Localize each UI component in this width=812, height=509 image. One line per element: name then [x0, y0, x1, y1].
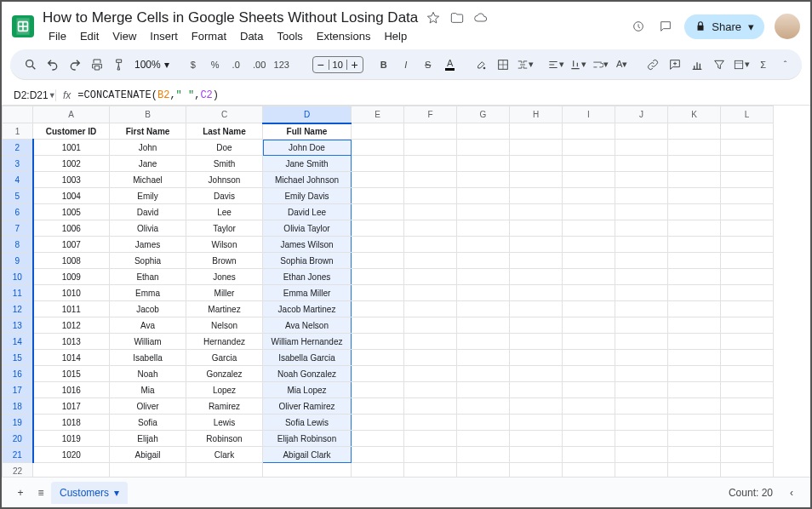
menu-file[interactable]: File	[43, 28, 72, 44]
h-align-icon[interactable]: ▾	[546, 54, 566, 75]
cell[interactable]	[721, 415, 774, 431]
v-align-icon[interactable]: ▾	[568, 54, 588, 75]
cell[interactable]	[563, 415, 615, 431]
cell[interactable]	[721, 204, 774, 220]
cell[interactable]	[110, 463, 186, 478]
sheets-logo-icon[interactable]	[12, 15, 34, 37]
cell[interactable]	[510, 447, 563, 463]
cell[interactable]: 1008	[33, 253, 110, 269]
cell[interactable]: William Hernandez	[263, 334, 352, 350]
cell[interactable]	[510, 269, 563, 285]
cell[interactable]: 1013	[33, 334, 110, 350]
cell[interactable]	[352, 140, 404, 156]
add-sheet-icon[interactable]: +	[10, 483, 31, 503]
cell[interactable]: Johnson	[186, 172, 263, 188]
col-header-C[interactable]: C	[186, 106, 263, 123]
cell[interactable]	[615, 382, 668, 398]
row-header-22[interactable]: 22	[3, 463, 33, 478]
cell[interactable]	[668, 156, 721, 172]
cell[interactable]: Emma Miller	[263, 285, 352, 301]
cell[interactable]	[668, 285, 721, 301]
cell[interactable]	[615, 253, 668, 269]
cell[interactable]: 1018	[33, 415, 110, 431]
cell[interactable]	[510, 382, 563, 398]
cell[interactable]: Noah Gonzalez	[263, 366, 352, 382]
cell[interactable]	[457, 334, 510, 350]
col-header-H[interactable]: H	[510, 106, 563, 123]
cell[interactable]: Wilson	[186, 237, 263, 253]
cell[interactable]	[615, 188, 668, 204]
cell[interactable]	[352, 220, 404, 237]
cell[interactable]	[615, 269, 668, 285]
filter-views-icon[interactable]: ▾	[731, 54, 752, 75]
cell[interactable]	[352, 123, 404, 140]
share-button[interactable]: Share ▾	[684, 14, 764, 39]
cell[interactable]: Michael Johnson	[263, 172, 352, 188]
document-title[interactable]: How to Merge Cells in Google Sheets With…	[43, 9, 418, 26]
cell[interactable]	[510, 172, 563, 188]
cell[interactable]: Jane	[110, 156, 186, 172]
cell[interactable]: John Doe	[263, 140, 352, 156]
cell[interactable]	[510, 123, 563, 140]
cell[interactable]	[615, 350, 668, 366]
cell[interactable]: James	[110, 237, 186, 253]
collapse-toolbar-icon[interactable]: ˆ	[775, 54, 796, 75]
cell[interactable]: Lewis	[186, 415, 263, 431]
font-size-increase[interactable]: +	[347, 57, 363, 72]
cell[interactable]	[352, 301, 404, 317]
explore-icon[interactable]: ‹	[781, 483, 802, 503]
cell[interactable]	[563, 317, 615, 334]
fill-color-icon[interactable]	[471, 54, 491, 75]
cell[interactable]: 1005	[33, 204, 110, 220]
col-header-G[interactable]: G	[457, 106, 510, 123]
cell[interactable]	[563, 350, 615, 366]
row-header-15[interactable]: 15	[3, 350, 33, 366]
cell[interactable]	[404, 350, 457, 366]
insert-comment-icon[interactable]	[665, 54, 685, 75]
cell[interactable]	[721, 382, 774, 398]
col-header-E[interactable]: E	[352, 106, 404, 123]
cell[interactable]: 1020	[33, 447, 110, 463]
italic-icon[interactable]: I	[396, 54, 416, 75]
row-header-4[interactable]: 4	[3, 172, 33, 188]
cell[interactable]: Elijah	[110, 431, 186, 447]
cell[interactable]	[563, 204, 615, 220]
col-header-B[interactable]: B	[110, 106, 186, 123]
cell[interactable]	[615, 366, 668, 382]
cell[interactable]	[404, 123, 457, 140]
cell[interactable]	[668, 188, 721, 204]
cell[interactable]	[721, 317, 774, 334]
cell[interactable]: Martinez	[186, 301, 263, 317]
spreadsheet-grid[interactable]: ABCDEFGHIJKL1Customer IDFirst NameLast N…	[2, 106, 810, 477]
cell[interactable]	[33, 463, 110, 478]
cell[interactable]	[404, 140, 457, 156]
cell[interactable]	[668, 253, 721, 269]
sheet-tab-customers[interactable]: Customers ▾	[51, 482, 128, 504]
cell[interactable]	[563, 463, 615, 478]
cell[interactable]	[404, 253, 457, 269]
cell[interactable]: Isabella Garcia	[263, 350, 352, 366]
row-header-1[interactable]: 1	[3, 123, 33, 140]
cell[interactable]: Elijah Robinson	[263, 431, 352, 447]
cell[interactable]: Isabella	[110, 350, 186, 366]
cell[interactable]: 1015	[33, 366, 110, 382]
cell[interactable]	[404, 188, 457, 204]
cell[interactable]	[352, 285, 404, 301]
cell[interactable]: Emily	[110, 188, 186, 204]
cell[interactable]: Jacob Martinez	[263, 301, 352, 317]
cell[interactable]: 1009	[33, 269, 110, 285]
cell[interactable]	[457, 301, 510, 317]
cell[interactable]	[510, 220, 563, 237]
cell[interactable]: 1006	[33, 220, 110, 237]
cell[interactable]	[510, 350, 563, 366]
cell[interactable]: 1001	[33, 140, 110, 156]
cell[interactable]: First Name	[110, 123, 186, 140]
undo-icon[interactable]	[43, 54, 63, 75]
cell[interactable]	[615, 220, 668, 237]
cell[interactable]	[510, 237, 563, 253]
cell[interactable]	[510, 398, 563, 415]
cell[interactable]	[404, 447, 457, 463]
cell[interactable]	[510, 301, 563, 317]
cell[interactable]: Nelson	[186, 317, 263, 334]
row-header-10[interactable]: 10	[3, 269, 33, 285]
